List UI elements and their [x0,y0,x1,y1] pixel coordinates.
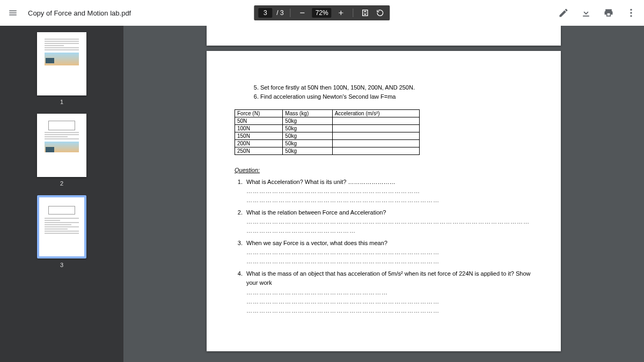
document-viewer[interactable]: Set force firstly at 50N then 100N, 150N… [123,26,644,362]
svg-point-3 [630,12,632,13]
table-row: 200N50kg [235,140,420,147]
data-table: Force (N) Mass (kg) Acceleration (m/s²) … [235,109,420,155]
toolbar: Copy of Force and Motion lab.pdf 3 / 3 7… [0,0,644,26]
annotate-icon[interactable] [557,6,570,19]
page-total: / 3 [276,9,283,17]
page-3: Set force firstly at 50N then 100N, 150N… [207,51,561,351]
page-controls: 3 / 3 72% [254,5,390,20]
thumbnail-page-3[interactable] [37,195,86,258]
table-row: 50N50kg [235,117,420,125]
thumb-label: 3 [60,262,63,268]
thumbnail-page-2[interactable] [37,114,86,177]
zoom-in-button[interactable] [336,8,347,18]
instruction-5: Set force firstly at 50N then 100N, 150N… [260,83,533,92]
menu-icon[interactable] [6,6,19,19]
col-mass: Mass (kg) [283,110,332,117]
question-2: What is the relation between Force and A… [244,208,533,235]
svg-point-4 [630,15,632,17]
page-2-bottom [207,26,561,46]
question-4: What is the mass of an object that has a… [244,269,533,315]
zoom-level[interactable]: 72% [312,8,332,18]
more-icon[interactable] [625,6,638,19]
rotate-button[interactable] [375,8,386,18]
download-icon[interactable] [580,6,592,19]
thumbnail-page-1[interactable] [37,32,86,95]
instruction-6: Find acceleration using Newton's Second … [260,92,533,101]
thumb-label: 2 [60,180,63,187]
divider [290,9,291,17]
thumb-label: 1 [60,99,63,105]
col-accel: Acceleration (m/s²) [332,110,419,117]
table-row: 150N50kg [235,132,420,140]
page-number-input[interactable]: 3 [258,8,272,18]
thumbnail-sidebar: 1 2 [0,26,123,362]
question-1: What is Acceleration? What is its unit? … [244,178,533,205]
question-heading: Question: [235,167,533,173]
table-row: 250N50kg [235,147,420,155]
doc-title: Copy of Force and Motion lab.pdf [28,9,131,17]
zoom-out-button[interactable] [297,8,308,18]
print-icon[interactable] [602,6,615,19]
col-force: Force (N) [235,110,283,117]
fit-page-button[interactable] [360,8,371,18]
question-3: When we say Force is a vector, what does… [244,239,533,266]
svg-point-2 [630,9,632,11]
main: 1 2 [0,26,644,362]
svg-rect-0 [301,12,305,13]
table-row: 100N50kg [235,125,420,132]
divider [353,9,354,17]
